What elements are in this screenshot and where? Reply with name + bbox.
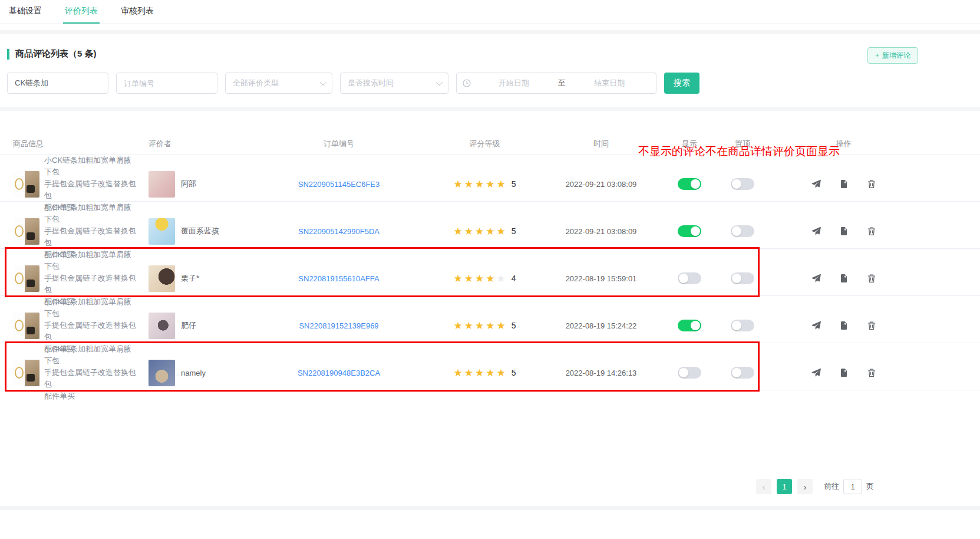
top-toggle[interactable]	[731, 272, 754, 284]
review-type-placeholder: 全部评价类型	[233, 78, 279, 88]
chevron-down-icon	[320, 79, 326, 86]
page-1-button[interactable]: 1	[777, 479, 792, 494]
top-toggle[interactable]	[731, 178, 754, 190]
chain-thumb	[13, 360, 25, 386]
product-image	[13, 360, 39, 386]
reviewer-name: 栗子*	[181, 273, 199, 284]
product-line: 小CK链条加粗加宽单肩腋下包	[44, 155, 138, 178]
reviewer-name: 覆面系蓝孩	[181, 226, 219, 236]
order-number-link[interactable]: SN220905142990F5DA	[298, 227, 380, 236]
bag-thumb	[25, 218, 39, 245]
table-row: 小CK链条加粗加宽单肩腋下包 手提包金属链子改造替换包包 配件单买 覆面系蓝孩 …	[0, 202, 980, 249]
show-toggle[interactable]	[678, 272, 701, 284]
rating-value: 5	[512, 179, 516, 189]
product-image	[13, 218, 39, 245]
search-time-select[interactable]: 是否搜索时间	[340, 73, 448, 94]
divider	[0, 107, 980, 111]
next-page-button[interactable]: ›	[797, 479, 813, 494]
send-icon[interactable]	[811, 274, 821, 283]
product-image	[13, 171, 39, 198]
star-rating	[453, 321, 507, 331]
product-line: 手提包金属链子改造替换包包	[44, 178, 138, 202]
product-line: 手提包金属链子改造替换包包	[44, 320, 138, 343]
review-type-select[interactable]: 全部评价类型	[225, 73, 332, 94]
col-header-product: 商品信息	[0, 139, 138, 149]
chevron-down-icon	[436, 79, 443, 86]
send-icon[interactable]	[811, 179, 821, 189]
bag-thumb	[25, 265, 39, 292]
show-toggle[interactable]	[678, 178, 701, 190]
col-header-order: 订单编号	[250, 139, 427, 149]
reviewer-name: namely	[181, 369, 206, 377]
goto-page-input[interactable]	[843, 479, 862, 494]
divider	[0, 30, 980, 34]
prev-page-button[interactable]: ‹	[756, 479, 771, 494]
date-range-picker[interactable]: 开始日期 至 结束日期	[456, 73, 656, 94]
show-toggle[interactable]	[678, 225, 701, 237]
col-header-rating: 评分等级	[427, 139, 542, 149]
delete-icon[interactable]	[867, 274, 876, 283]
top-tab-bar: 基础设置 评价列表 审核列表	[0, 0, 980, 24]
page-title: 商品评论列表（5 条)	[15, 48, 97, 60]
review-table-panel: 不显示的评论不在商品详情评价页面显示 商品信息 评价者 订单编号 评分等级 时间…	[0, 133, 980, 506]
table-row: 小CK链条加粗加宽单肩腋下包 手提包金属链子改造替换包包 配件单买 namely…	[0, 343, 980, 390]
add-comment-label: 新增评论	[882, 51, 910, 61]
top-toggle[interactable]	[731, 320, 754, 331]
search-button[interactable]: 搜索	[664, 73, 699, 94]
avatar	[149, 218, 175, 245]
product-info: 小CK链条加粗加宽单肩腋下包 手提包金属链子改造替换包包 配件单买	[44, 343, 138, 402]
add-file-icon[interactable]	[839, 226, 849, 236]
delete-icon[interactable]	[867, 179, 876, 189]
plus-icon: +	[875, 51, 879, 60]
top-toggle[interactable]	[731, 225, 754, 237]
order-no-input[interactable]	[117, 73, 217, 93]
divider	[0, 506, 980, 510]
order-number-link[interactable]: SN2208190948E3B2CA	[298, 369, 380, 377]
section-accent-bar	[7, 49, 9, 60]
rating-value: 5	[512, 321, 516, 330]
delete-icon[interactable]	[867, 226, 876, 236]
table-row: 小CK链条加粗加宽单肩腋下包 手提包金属链子改造替换包包 配件单买 阿部 SN2…	[0, 155, 980, 202]
star-rating	[453, 179, 507, 189]
review-time: 2022-08-19 14:26:13	[566, 369, 637, 377]
start-date-placeholder[interactable]: 开始日期	[473, 78, 555, 88]
product-line: 小CK链条加粗加宽单肩腋下包	[44, 202, 138, 225]
send-icon[interactable]	[811, 368, 821, 377]
chain-thumb	[13, 171, 25, 198]
review-time: 2022-09-21 03:08:09	[566, 180, 637, 189]
star-rating	[453, 368, 507, 378]
order-number-link[interactable]: SN220819152139E969	[299, 321, 378, 330]
end-date-placeholder[interactable]: 结束日期	[569, 78, 651, 88]
add-file-icon[interactable]	[839, 368, 849, 377]
tab-audit-list[interactable]: 审核列表	[119, 0, 156, 24]
date-separator: 至	[555, 78, 569, 88]
filter-panel: 商品评论列表（5 条) + 新增评论 全部评价类型 是否搜索时间 开始日期 至 …	[0, 34, 980, 107]
top-toggle[interactable]	[731, 367, 754, 379]
product-line: 小CK链条加粗加宽单肩腋下包	[44, 343, 138, 367]
reviewer-name: 阿部	[181, 179, 196, 189]
show-toggle[interactable]	[678, 320, 701, 331]
keyword-input[interactable]	[8, 73, 108, 93]
product-line: 配件单买	[44, 390, 138, 402]
review-time: 2022-08-19 15:59:01	[566, 274, 637, 283]
add-comment-button[interactable]: + 新增评论	[867, 47, 918, 64]
pagination: ‹ 1 › 前往 页	[0, 479, 874, 494]
delete-icon[interactable]	[867, 368, 876, 377]
delete-icon[interactable]	[867, 321, 876, 330]
send-icon[interactable]	[811, 321, 821, 330]
add-file-icon[interactable]	[839, 321, 849, 330]
filter-row: 全部评价类型 是否搜索时间 开始日期 至 结束日期 搜索	[7, 73, 980, 94]
add-file-icon[interactable]	[839, 274, 849, 283]
review-time: 2022-09-21 03:08:09	[566, 227, 637, 236]
send-icon[interactable]	[811, 226, 821, 236]
show-toggle[interactable]	[678, 367, 701, 379]
chain-thumb	[13, 313, 25, 339]
order-number-link[interactable]: SN220819155610AFFA	[298, 274, 379, 283]
rating-value: 4	[512, 274, 516, 283]
tab-review-list[interactable]: 评价列表	[63, 0, 100, 24]
tab-basic-settings[interactable]: 基础设置	[7, 0, 44, 24]
add-file-icon[interactable]	[839, 179, 849, 189]
product-line: 小CK链条加粗加宽单肩腋下包	[44, 296, 138, 320]
product-line: 手提包金属链子改造替换包包	[44, 225, 138, 249]
order-number-link[interactable]: SN2209051145EC6FE3	[298, 180, 380, 189]
